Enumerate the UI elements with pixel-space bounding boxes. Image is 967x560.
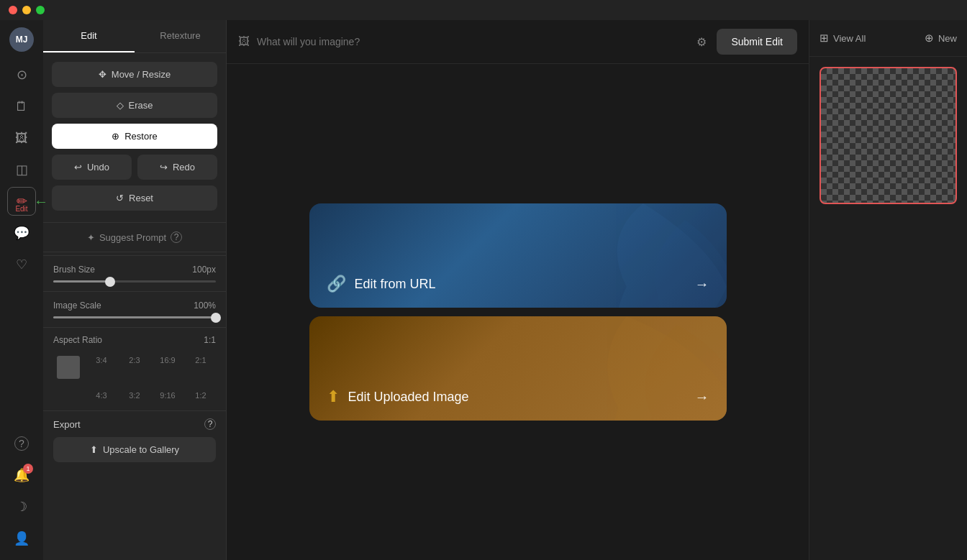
image-icon: 🖼 [15, 131, 28, 146]
panel-tabs: Edit Retexture [43, 20, 226, 53]
redo-button[interactable]: ↪ Redo [137, 155, 217, 180]
edit-label: Edit [8, 205, 35, 213]
export-help-icon: ? [204, 418, 216, 430]
search-input[interactable] [257, 36, 686, 47]
sidebar-item-help[interactable]: ? [7, 429, 36, 458]
aspect-ratio-2-3[interactable]: 2:3 [119, 352, 150, 385]
new-button[interactable]: ⊕ New [925, 32, 957, 45]
tab-retexture[interactable]: Retexture [135, 20, 226, 52]
sidebar-item-chat[interactable]: 💬 [7, 219, 36, 247]
filter-icon: ⚙ [696, 36, 707, 48]
edit-from-url-card[interactable]: 🔗 Edit from URL → [309, 203, 727, 308]
link-icon: 🔗 [327, 275, 346, 293]
sidebar-item-explore[interactable]: ⊙ [7, 60, 36, 89]
image-scale-track[interactable] [53, 316, 216, 318]
view-all-button[interactable]: ⊞ View All [820, 32, 866, 45]
image-scale-label: Image Scale [53, 300, 101, 311]
sidebar-item-edit[interactable]: ✏ Edit ← [7, 187, 36, 216]
image-search-icon: 🖼 [238, 35, 250, 48]
brush-size-fill [53, 280, 110, 283]
brush-size-label: Brush Size [53, 265, 95, 275]
sidebar-item-like[interactable]: ♡ [7, 250, 36, 279]
sticky-icon: 🗒 [15, 99, 28, 114]
tab-edit[interactable]: Edit [43, 20, 135, 52]
sidebar-item-layers[interactable]: ◫ [7, 155, 36, 184]
help-circle-icon: ? [171, 231, 182, 243]
filter-button[interactable]: ⚙ [694, 32, 709, 52]
divider-2 [43, 252, 226, 252]
image-scale-section: Image Scale 100% [43, 291, 226, 327]
aspect-preview-box [57, 356, 80, 379]
sidebar-item-theme[interactable]: ☽ [7, 492, 36, 521]
sidebar-item-profile[interactable]: 👤 [7, 524, 36, 553]
undo-button[interactable]: ↩ Undo [52, 155, 132, 180]
export-label-row: Export ? [53, 418, 216, 430]
brush-size-section: Brush Size 100px [43, 255, 226, 291]
reset-button[interactable]: ↺ Reset [52, 185, 217, 211]
aspect-ratio-section: Aspect Ratio 1:1 3:4 2:3 16:9 2:1 4:3 3:… [43, 327, 226, 410]
grid-icon: ⊞ [820, 32, 829, 45]
sidebar-item-sticky[interactable]: 🗒 [7, 92, 36, 121]
aspect-ratio-16-9[interactable]: 16:9 [153, 352, 183, 385]
right-panel: ⊞ View All ⊕ New [809, 20, 967, 560]
layers-icon: ◫ [16, 162, 28, 178]
brush-size-value: 100px [192, 265, 216, 275]
edit-url-left: 🔗 Edit from URL [327, 275, 436, 293]
undo-icon: ↩ [74, 162, 82, 173]
sidebar-item-image[interactable]: 🖼 [7, 124, 36, 152]
close-dot[interactable] [9, 6, 17, 14]
upscale-button[interactable]: ⬆ Upscale to Gallery [53, 437, 216, 462]
aspect-ratio-label: Aspect Ratio [53, 335, 102, 345]
divider-1 [43, 222, 226, 223]
notification-badge: 1 [23, 464, 33, 474]
submit-edit-button[interactable]: Submit Edit [717, 29, 797, 55]
canvas-container: 🔗 Edit from URL → ⬆ E [309, 203, 727, 421]
aspect-ratio-1-2[interactable]: 1:2 [186, 387, 216, 403]
upload-icon: ⬆ [327, 387, 340, 406]
aspect-ratio-3-4[interactable]: 3:4 [86, 352, 117, 385]
edit-url-label: Edit from URL [355, 277, 436, 292]
maximize-dot[interactable] [36, 6, 45, 14]
minimize-dot[interactable] [22, 6, 31, 14]
image-scale-value: 100% [194, 300, 216, 311]
brush-size-thumb[interactable] [105, 277, 115, 287]
top-bar: 🖼 ⚙ Submit Edit [227, 20, 809, 64]
aspect-ratio-9-16[interactable]: 9:16 [153, 387, 183, 403]
edit-upload-left: ⬆ Edit Uploaded Image [327, 387, 469, 406]
erase-icon: ◇ [117, 100, 124, 111]
edit-url-content: 🔗 Edit from URL → [327, 275, 709, 293]
edit-url-arrow: → [695, 276, 709, 293]
help-icon: ? [14, 436, 29, 451]
undo-redo-row: ↩ Undo ↪ Redo [52, 155, 217, 180]
icon-sidebar: MJ ⊙ 🗒 🖼 ◫ ✏ Edit ← 💬 ♡ ? 🔔 1 [0, 20, 43, 560]
image-scale-fill [53, 316, 216, 318]
left-panel: Edit Retexture ✥ Move / Resize ◇ Erase ⊕… [43, 20, 227, 560]
aspect-ratio-3-2[interactable]: 3:2 [119, 387, 150, 403]
edit-upload-arrow: → [695, 389, 709, 405]
restore-icon: ⊕ [112, 131, 119, 142]
like-icon: ♡ [16, 257, 27, 272]
aspect-item-preview [53, 352, 83, 385]
redo-icon: ↪ [160, 162, 168, 173]
right-panel-content [809, 57, 967, 214]
edit-upload-card[interactable]: ⬆ Edit Uploaded Image → [309, 316, 727, 421]
restore-button[interactable]: ⊕ Restore [52, 124, 217, 149]
thumbnail-card[interactable] [820, 67, 957, 204]
edit-upload-label: Edit Uploaded Image [348, 390, 469, 405]
move-resize-button[interactable]: ✥ Move / Resize [52, 62, 217, 87]
canvas-area: 🔗 Edit from URL → ⬆ E [227, 64, 809, 560]
brush-size-track[interactable] [53, 280, 216, 283]
erase-button[interactable]: ◇ Erase [52, 93, 217, 118]
suggest-prompt-row[interactable]: ✦ Suggest Prompt ? [43, 226, 226, 249]
explore-icon: ⊙ [17, 67, 27, 83]
image-scale-thumb[interactable] [211, 313, 221, 323]
tool-buttons-section: ✥ Move / Resize ◇ Erase ⊕ Restore ↩ Undo… [43, 53, 226, 219]
upscale-icon: ⬆ [90, 444, 98, 455]
aspect-ratio-2-1[interactable]: 2:1 [186, 352, 216, 385]
sidebar-item-notifications[interactable]: 🔔 1 [7, 461, 36, 490]
aspect-ratio-4-3[interactable]: 4:3 [86, 387, 117, 403]
export-label: Export [53, 419, 81, 430]
search-area: 🖼 ⚙ [238, 32, 709, 52]
theme-icon: ☽ [16, 499, 27, 515]
avatar[interactable]: MJ [9, 27, 34, 52]
